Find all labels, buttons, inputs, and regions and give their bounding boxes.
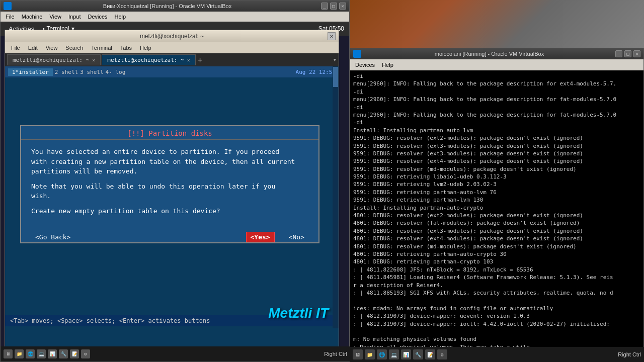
tab-1-close-icon[interactable]: ✕: [92, 57, 95, 63]
terminal-line: Install: Installing partman-auto-lvm: [353, 127, 640, 134]
terminal-line: 9591: DEBUG: resolver (ext3-modules): pa…: [353, 150, 640, 157]
right-taskbar-icon-8[interactable]: ⚙: [437, 349, 447, 359]
installer-dialog: [!!] Partition disks You have selected a…: [20, 125, 319, 243]
terminal-line: 4801: DEBUG: retrieving partman-auto-cry…: [353, 250, 640, 258]
terminal-line: 9591: DEBUG: resolver (ext3-modules): pa…: [353, 142, 640, 150]
right-taskbar-ctrl: Right Ctrl: [618, 351, 641, 357]
vm-left-title: Вики·Xochiquetzal [Running] - Oracle VM …: [16, 3, 319, 9]
terminal-line: menu[2960]: INFO: Falling back to the pa…: [353, 80, 640, 87]
menu-devices[interactable]: Devices: [85, 14, 110, 20]
terminal-close-button[interactable]: ✕: [328, 32, 336, 40]
taskbar-icon-4[interactable]: 💻: [37, 349, 46, 358]
menu-machine[interactable]: Machine: [19, 14, 46, 20]
right-close-button[interactable]: ✕: [633, 50, 640, 57]
minimize-button[interactable]: _: [321, 3, 328, 10]
vm-right-window: moiocoiani [Running] - Oracle VM Virtual…: [350, 48, 644, 362]
terminal-tab-2[interactable]: metztli@xochiquetzal: ~ ✕: [102, 54, 195, 65]
dialog-text-2: Note that you will be able to undo this …: [31, 182, 308, 201]
term-menu-help[interactable]: Help: [137, 45, 154, 51]
terminal-line: 9591: DEBUG: retrieving lvm2-udeb 2.03.0…: [353, 180, 640, 188]
vm-right-titlebar: moiocoiani [Running] - Oracle VM Virtual…: [350, 48, 643, 59]
terminal-line: menu[2960]: INFO: Falling back to the pa…: [353, 96, 640, 103]
vm-right-title: moiocoiani [Running] - Oracle VM Virtual…: [365, 51, 613, 57]
term-menu-edit[interactable]: Edit: [25, 45, 41, 51]
term-menu-view[interactable]: View: [43, 45, 61, 51]
right-taskbar-icon-6[interactable]: 🔧: [413, 349, 423, 359]
terminal-line: ices: mdadm: No arrays found in config f…: [353, 305, 640, 312]
tab-menu-button[interactable]: ▾: [333, 56, 337, 63]
right-taskbar-icon-4[interactable]: 💻: [389, 349, 399, 359]
taskbar-icon-5[interactable]: 📊: [48, 349, 57, 358]
terminal-line: -di: [353, 104, 640, 111]
terminal-line: 4801: DEBUG: resolver (md-modules): pack…: [353, 243, 640, 250]
terminal-line: : [ 4811.885193] SGI XFS with ACLs, secu…: [353, 289, 640, 297]
terminal-line: 9591: DEBUG: retrieving partman-lvm 130: [353, 196, 640, 204]
terminal-line: 4801: DEBUG: resolver (fat-modules): pac…: [353, 219, 640, 227]
terminal-line: menu[2960]: INFO: Falling back to the pa…: [353, 111, 640, 119]
no-button[interactable]: <No>: [285, 232, 308, 242]
menu-file[interactable]: File: [3, 14, 18, 20]
menu-help[interactable]: Help: [112, 14, 129, 20]
watermark: Metztli IT: [268, 305, 329, 321]
terminal-line: 9591: DEBUG: resolver (ext2-modules): pa…: [353, 134, 640, 142]
taskbar-icon-3[interactable]: 🌐: [26, 349, 35, 358]
go-back-button[interactable]: <Go Back>: [31, 232, 74, 242]
right-minimize-button[interactable]: _: [615, 50, 622, 57]
terminal-line: : [ 4811.845981] Loading Reiser4 (Softwa…: [353, 274, 640, 281]
statusbar-tab2: 2 shell: [55, 69, 78, 75]
tab-2-close-icon[interactable]: ✕: [187, 57, 190, 63]
term-menu-terminal[interactable]: Terminal: [88, 45, 115, 51]
dialog-text-3: Create new empty partition table on this…: [31, 206, 308, 216]
right-restore-button[interactable]: □: [624, 50, 631, 57]
terminal-line: : [ 4812.319073] device-mapper: uevent: …: [353, 312, 640, 320]
right-taskbar-icon-1[interactable]: 🖥: [353, 349, 363, 359]
terminal-line: -di: [353, 119, 640, 126]
terminal-tab-1[interactable]: metztli@xochiquetzal: ~ ✕: [7, 54, 101, 65]
terminal-line: -di: [353, 88, 640, 96]
right-taskbar-icon-5[interactable]: 📊: [401, 349, 411, 359]
menu-view[interactable]: View: [46, 14, 64, 20]
terminal-line: 9591: DEBUG: retrieving libaio1-udeb 0.3…: [353, 173, 640, 180]
terminal-tabs: metztli@xochiquetzal: ~ ✕ metztli@xochiq…: [5, 53, 339, 66]
terminal-line: 9591: DEBUG: retrieving partman-auto-lvm…: [353, 189, 640, 196]
terminal-screen[interactable]: [!!] Partition disks You have selected a…: [5, 77, 339, 346]
dialog-text-1: You have selected an entire device to pa…: [31, 147, 308, 176]
term-menu-tabs[interactable]: Tabs: [117, 45, 135, 51]
terminal-scrollbar[interactable]: [333, 66, 339, 328]
taskbar-icon-6[interactable]: 🔧: [59, 349, 68, 358]
term-menu-file[interactable]: File: [8, 45, 23, 51]
taskbar-icon-8[interactable]: ⚙: [81, 349, 90, 358]
vm-right-menubar: Devices Help: [350, 59, 643, 70]
terminal-line: Install: Installing partman-auto-crypto: [353, 204, 640, 212]
terminal-menubar: File Edit View Search Terminal Tabs Help: [5, 42, 339, 53]
terminal-line: 9591: DEBUG: resolver (md-modules): pack…: [353, 165, 640, 173]
left-taskbar-right-ctrl: Right Ctrl: [324, 351, 347, 357]
taskbar-icon-1[interactable]: 🖥: [4, 349, 13, 358]
restore-button[interactable]: □: [330, 3, 337, 10]
right-taskbar-icon-7[interactable]: 📝: [425, 349, 435, 359]
tab-add-button[interactable]: +: [198, 55, 203, 65]
vm-left-window: Вики·Xochiquetzal [Running] - Oracle VM …: [0, 0, 350, 362]
right-menu-devices[interactable]: Devices: [352, 62, 378, 68]
right-taskbar-icon-3[interactable]: 🌐: [377, 349, 387, 359]
taskbar-icon-7[interactable]: 📝: [70, 349, 79, 358]
scrollbar-thumb[interactable]: [333, 67, 338, 87]
terminal-line: 4801: DEBUG: resolver (ext3-modules): pa…: [353, 227, 640, 235]
right-taskbar-icon-2[interactable]: 📁: [365, 349, 375, 359]
terminal-line: 9591: DEBUG: resolver (ext4-modules): pa…: [353, 157, 640, 165]
menu-input[interactable]: Input: [65, 14, 84, 20]
terminal-statusbar: 1*installer 2 shell 3 shell 4- log Aug 2…: [5, 66, 339, 77]
taskbar-icon-2[interactable]: 📁: [15, 349, 24, 358]
terminal-line: 4801: DEBUG: resolver (ext4-modules): pa…: [353, 235, 640, 242]
dialog-title: [!!] Partition disks: [21, 126, 318, 140]
close-button[interactable]: ✕: [339, 3, 346, 10]
terminal-line: : [ 4811.822608] JFS: nTxBlock = 8192, n…: [353, 266, 640, 274]
statusbar-tab1: 1*installer: [8, 68, 53, 76]
right-terminal-screen[interactable]: -dimenu[2960]: INFO: Falling back to the…: [350, 70, 643, 361]
right-menu-help[interactable]: Help: [379, 62, 396, 68]
yes-button[interactable]: <Yes>: [246, 232, 275, 242]
term-menu-search[interactable]: Search: [62, 45, 86, 51]
virtualbox-right-icon: [353, 50, 361, 58]
statusbar-tab3: 3 shell: [80, 69, 103, 75]
terminal-titlebar: metztli@xochiquetzal: ~ ✕: [5, 30, 339, 42]
